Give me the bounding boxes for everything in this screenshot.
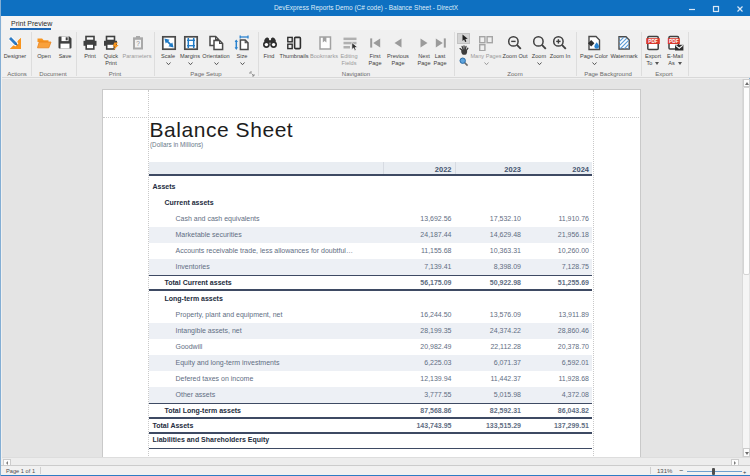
svg-text:PDF: PDF bbox=[669, 39, 679, 44]
svg-text:?: ? bbox=[136, 40, 140, 47]
svg-text:PDF: PDF bbox=[648, 39, 658, 44]
